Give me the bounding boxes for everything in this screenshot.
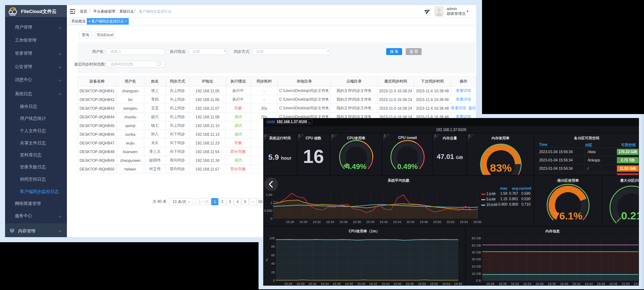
svg-text:15:36: 15:36 <box>536 282 544 286</box>
svg-text:15:52: 15:52 <box>430 282 438 286</box>
svg-text:4.49%: 4.49% <box>346 163 367 171</box>
svg-text:20: 20 <box>271 270 275 274</box>
svg-text:15:38: 15:38 <box>353 220 361 224</box>
svg-text:15:32: 15:32 <box>313 220 321 224</box>
svg-text:20 GB: 20 GB <box>472 265 481 268</box>
svg-text:40: 40 <box>271 262 275 265</box>
svg-text:15:50: 15:50 <box>418 282 426 286</box>
svg-text:50 GB: 50 GB <box>472 244 481 247</box>
svg-text:80: 80 <box>271 245 275 248</box>
svg-text:0.49%: 0.49% <box>397 163 418 171</box>
svg-text:15:32: 15:32 <box>511 282 519 286</box>
svg-text:15:50: 15:50 <box>622 282 630 286</box>
svg-text:15:56: 15:56 <box>454 282 462 286</box>
svg-text:60: 60 <box>271 253 275 257</box>
svg-text:15:34: 15:34 <box>326 220 334 224</box>
svg-text:15:42: 15:42 <box>369 282 378 286</box>
svg-text:1: 1 <box>270 201 272 205</box>
svg-text:30 GB: 30 GB <box>472 257 481 261</box>
svg-text:15:48: 15:48 <box>406 282 414 286</box>
svg-text:10 GB: 10 GB <box>472 272 481 276</box>
svg-text:15:28: 15:28 <box>284 282 293 286</box>
svg-text:15:46: 15:46 <box>393 282 402 286</box>
svg-text:0.21: 0.21 <box>621 210 639 222</box>
svg-text:0: 0 <box>273 279 275 282</box>
svg-text:15:52: 15:52 <box>447 220 455 224</box>
svg-text:15:40: 15:40 <box>560 282 568 286</box>
svg-text:100: 100 <box>269 236 275 240</box>
svg-text:15:34: 15:34 <box>321 282 329 286</box>
svg-text:0 B: 0 B <box>476 279 481 282</box>
svg-text:15:54: 15:54 <box>460 220 468 224</box>
svg-text:15:54: 15:54 <box>442 282 451 286</box>
svg-text:15:30: 15:30 <box>299 220 308 224</box>
svg-text:15:30: 15:30 <box>499 282 507 286</box>
svg-text:15:40: 15:40 <box>366 220 375 224</box>
svg-text:83%: 83% <box>490 162 512 174</box>
svg-text:15:44: 15:44 <box>381 282 390 286</box>
svg-text:0.500: 0.500 <box>264 209 272 213</box>
svg-text:15:42: 15:42 <box>572 282 581 286</box>
svg-text:15:50: 15:50 <box>433 220 442 224</box>
svg-text:0: 0 <box>270 217 272 220</box>
svg-text:15:46: 15:46 <box>597 282 605 286</box>
svg-text:15:44: 15:44 <box>585 282 593 286</box>
svg-text:40 GB: 40 GB <box>472 251 481 254</box>
svg-text:76.1%: 76.1% <box>554 210 582 222</box>
svg-text:15:38: 15:38 <box>548 282 556 286</box>
svg-text:15:38: 15:38 <box>345 282 353 286</box>
svg-text:15:32: 15:32 <box>308 282 317 286</box>
svg-text:15:28: 15:28 <box>286 220 294 224</box>
svg-text:15:52: 15:52 <box>634 282 639 286</box>
svg-text:15:36: 15:36 <box>333 282 341 286</box>
svg-text:60 GB: 60 GB <box>472 236 481 240</box>
svg-text:15:34: 15:34 <box>523 282 532 286</box>
svg-text:15:28: 15:28 <box>486 282 495 286</box>
svg-text:15:48: 15:48 <box>609 282 618 286</box>
svg-text:15:30: 15:30 <box>297 282 305 286</box>
svg-text:15:40: 15:40 <box>357 282 366 286</box>
svg-text:15:46: 15:46 <box>406 220 415 224</box>
svg-text:1.50: 1.50 <box>266 193 272 197</box>
svg-text:15:44: 15:44 <box>393 220 401 224</box>
svg-text:15:56: 15:56 <box>473 220 482 224</box>
svg-text:15:36: 15:36 <box>340 220 348 224</box>
svg-text:%: % <box>265 259 269 261</box>
svg-text:15:48: 15:48 <box>420 220 428 224</box>
svg-text:15:42: 15:42 <box>380 220 388 224</box>
